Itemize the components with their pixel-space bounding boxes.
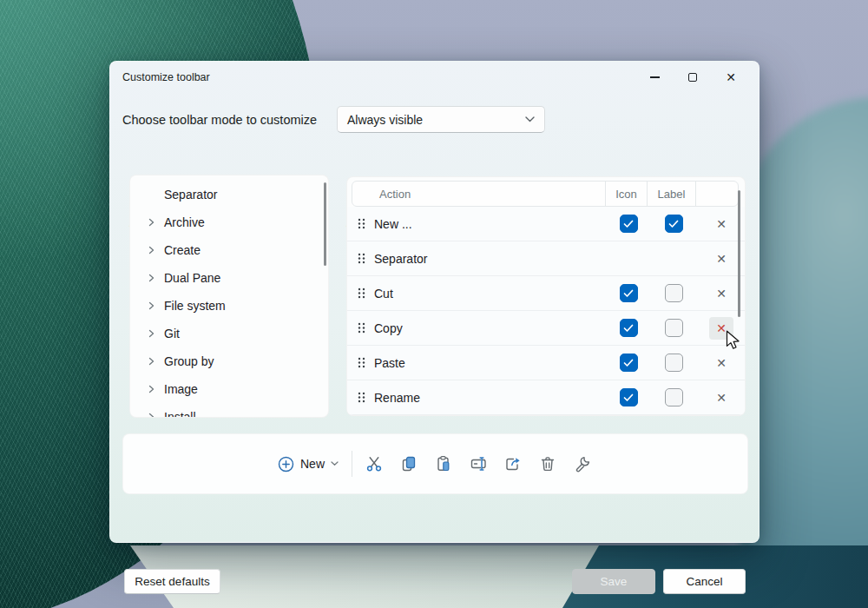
window-title: Customize toolbar [122, 71, 210, 83]
chevron-right-icon[interactable] [148, 246, 156, 254]
new-button[interactable]: New [278, 456, 339, 473]
icon-checkbox[interactable] [620, 215, 638, 233]
available-item[interactable]: Group by [130, 347, 328, 375]
drag-handle-icon[interactable] [358, 218, 366, 229]
chevron-right-icon[interactable] [148, 357, 156, 366]
row-action-label: Copy [374, 321, 608, 335]
available-scrollbar[interactable] [324, 182, 326, 266]
chevron-right-icon[interactable] [148, 385, 156, 393]
available-items-list: Separator Archive Create Dual Pane File … [130, 181, 328, 418]
table-row[interactable]: New ... ✕ [347, 207, 745, 241]
drag-handle-icon[interactable] [358, 322, 366, 334]
available-item[interactable]: Archive [130, 208, 328, 236]
available-item[interactable]: Create [130, 236, 328, 264]
chevron-right-icon[interactable] [148, 218, 156, 227]
new-button-label: New [300, 457, 325, 471]
chevron-right-icon[interactable] [148, 301, 156, 310]
window-controls: ✕ [635, 62, 750, 93]
remove-item-button[interactable]: ✕ [709, 213, 733, 235]
table-row[interactable]: Cut ✕ [347, 276, 745, 311]
added-scrollbar[interactable] [738, 190, 740, 317]
drag-handle-icon[interactable] [358, 392, 366, 403]
chevron-down-icon [525, 116, 535, 122]
label-checkbox[interactable] [665, 319, 683, 337]
icon-checkbox[interactable] [620, 319, 638, 337]
copy-icon[interactable] [398, 453, 418, 475]
tools-icon[interactable] [572, 453, 592, 475]
chevron-down-icon [331, 461, 339, 466]
chevron-right-icon[interactable] [148, 413, 156, 418]
label-checkbox[interactable] [665, 354, 683, 372]
titlebar[interactable]: Customize toolbar ✕ [110, 62, 759, 93]
table-body: New ... ✕ Separator ✕ Cut ✕ Copy [347, 207, 745, 415]
available-item[interactable]: File system [130, 292, 328, 320]
row-action-label: Paste [374, 356, 608, 370]
drag-handle-icon[interactable] [358, 253, 366, 264]
dropdown-selected-value: Always visible [347, 113, 525, 127]
row-action-label: Separator [374, 252, 608, 266]
drag-handle-icon[interactable] [358, 357, 366, 368]
toolbar-mode-label: Choose toolbar mode to customize [122, 113, 317, 127]
table-row[interactable]: Copy ✕ [347, 311, 745, 346]
toolbar-preview: New [122, 433, 748, 494]
toolbar-divider [352, 451, 352, 477]
delete-icon[interactable] [537, 453, 557, 475]
rename-icon[interactable] [468, 453, 488, 475]
chevron-right-icon[interactable] [148, 329, 156, 338]
mouse-cursor [726, 330, 742, 355]
available-item[interactable]: Git [130, 320, 328, 347]
save-button[interactable]: Save [572, 569, 655, 594]
share-icon[interactable] [503, 453, 523, 475]
column-header-label: Label [647, 182, 695, 206]
minimize-button[interactable] [635, 64, 674, 90]
cancel-button[interactable]: Cancel [663, 569, 746, 594]
icon-checkbox[interactable] [620, 284, 638, 302]
icon-checkbox[interactable] [620, 388, 638, 406]
customize-toolbar-dialog: Customize toolbar ✕ Choose toolbar mode … [109, 61, 760, 543]
maximize-icon [688, 73, 697, 82]
reset-defaults-button[interactable]: Reset defaults [124, 569, 220, 594]
available-item[interactable]: Dual Pane [130, 264, 328, 292]
column-header-action: Action [352, 182, 605, 206]
added-items-table: Action Icon Label New ... ✕ Separator ✕ [346, 176, 746, 416]
available-item[interactable]: Image [130, 375, 328, 403]
table-row[interactable]: Paste ✕ [347, 346, 745, 380]
table-row[interactable]: Separator ✕ [347, 241, 745, 276]
row-action-label: Cut [374, 287, 608, 301]
label-checkbox[interactable] [665, 388, 683, 406]
toolbar-mode-dropdown[interactable]: Always visible [337, 106, 545, 133]
table-row[interactable]: Rename ✕ [347, 380, 745, 415]
column-header-icon: Icon [605, 182, 647, 206]
row-action-label: New ... [374, 217, 608, 231]
row-action-label: Rename [374, 391, 608, 405]
available-item[interactable]: Separator [130, 181, 328, 208]
remove-item-button[interactable]: ✕ [709, 387, 733, 409]
label-checkbox[interactable] [665, 284, 683, 302]
table-header: Action Icon Label [352, 181, 739, 207]
remove-item-button[interactable]: ✕ [709, 282, 733, 305]
toolbar-mode-row: Choose toolbar mode to customize Always … [122, 106, 746, 133]
icon-checkbox[interactable] [620, 354, 638, 372]
available-items-panel: Separator Archive Create Dual Pane File … [129, 175, 329, 418]
chevron-right-icon[interactable] [148, 274, 156, 282]
plus-circle-icon [278, 456, 294, 473]
remove-item-button[interactable]: ✕ [709, 248, 733, 270]
close-button[interactable]: ✕ [712, 64, 750, 90]
label-checkbox[interactable] [665, 215, 683, 233]
paste-icon[interactable] [433, 453, 453, 475]
cut-icon[interactable] [364, 453, 384, 475]
minimize-icon [650, 76, 660, 77]
drag-handle-icon[interactable] [358, 287, 366, 299]
maximize-button[interactable] [674, 64, 712, 90]
available-item[interactable]: Install [130, 403, 328, 418]
